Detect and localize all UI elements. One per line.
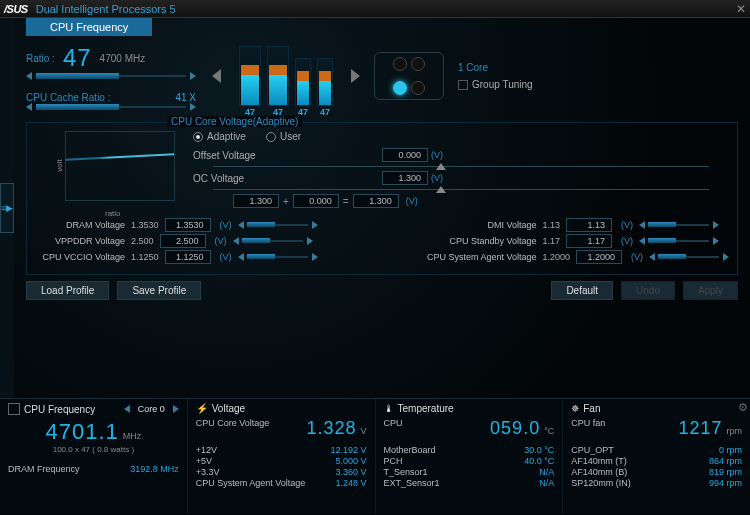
voltage-current: 2.500 — [131, 236, 154, 246]
voltage-field[interactable]: 2.500 — [160, 234, 206, 248]
voltage-current: 1.1250 — [131, 252, 159, 262]
chevron-right-icon[interactable] — [190, 72, 196, 80]
voltage-slider[interactable] — [639, 221, 719, 229]
dram-freq-value: 3192.8 MHz — [130, 464, 179, 474]
row-label: EXT_Sensor1 — [384, 478, 440, 488]
apply-button[interactable]: Apply — [683, 281, 738, 300]
chevron-right-icon[interactable] — [312, 221, 318, 229]
group-tuning-checkbox[interactable] — [458, 80, 468, 90]
chevron-left-icon[interactable] — [233, 237, 239, 245]
row-value: N/A — [539, 467, 554, 477]
offset-voltage-slider[interactable] — [213, 166, 709, 167]
row-label: AF140mm (B) — [571, 467, 627, 477]
core-prev-icon[interactable] — [124, 405, 130, 413]
core-bar[interactable]: 47 — [295, 58, 311, 106]
core-dot[interactable] — [411, 57, 425, 71]
chevron-left-icon[interactable] — [639, 221, 645, 229]
voltage-field[interactable]: 1.1250 — [165, 250, 211, 264]
core-voltage: 1.328 — [306, 418, 356, 438]
voltage-slider[interactable] — [649, 253, 729, 261]
core-prev-icon[interactable] — [212, 69, 221, 83]
core-bar[interactable]: 47 — [239, 46, 261, 106]
row-label: AF140mm (T) — [571, 456, 627, 466]
core-dot[interactable] — [393, 57, 407, 71]
chevron-left-icon[interactable] — [26, 72, 32, 80]
voltage-slider[interactable] — [639, 237, 719, 245]
chevron-left-icon[interactable] — [639, 237, 645, 245]
close-icon[interactable]: ✕ — [736, 2, 746, 16]
oc-voltage-field[interactable]: 1.300 — [382, 171, 428, 185]
row-value: N/A — [539, 478, 554, 488]
core-bars: 47 47 47 47 — [239, 46, 333, 106]
voltage-slider[interactable] — [233, 237, 313, 245]
cpu-temp: 059.0 — [490, 418, 540, 438]
voltage-field[interactable]: 1.2000 — [576, 250, 622, 264]
voltage-name: DRAM Voltage — [35, 220, 125, 230]
expand-icon[interactable]: ≡▶ — [0, 183, 14, 233]
undo-button[interactable]: Undo — [621, 281, 675, 300]
load-profile-button[interactable]: Load Profile — [26, 281, 109, 300]
chevron-left-icon[interactable] — [238, 221, 244, 229]
window-title: Dual Intelligent Processors 5 — [36, 3, 736, 15]
thermometer-icon: 🌡 — [384, 403, 394, 414]
side-handle[interactable]: ≡▶ — [0, 18, 14, 398]
voltage-slider[interactable] — [238, 221, 318, 229]
chart-y-label: volt — [55, 159, 64, 171]
chevron-right-icon[interactable] — [307, 237, 313, 245]
voltage-slider[interactable] — [238, 253, 318, 261]
mode-user-label: User — [280, 131, 301, 142]
core-selector[interactable] — [374, 52, 444, 100]
core-next-icon[interactable] — [173, 405, 179, 413]
cache-slider[interactable] — [26, 103, 196, 111]
panel-cpu-frequency: CPU Frequency Core 0 4701.1MHz 100.0 x 4… — [0, 399, 188, 514]
core-count-label: 1 Core — [458, 62, 533, 73]
chevron-left-icon[interactable] — [238, 253, 244, 261]
chevron-right-icon[interactable] — [723, 253, 729, 261]
row-value: 819 rpm — [709, 467, 742, 477]
core-next-icon[interactable] — [351, 69, 360, 83]
offset-voltage-label: Offset Voltage — [193, 150, 256, 161]
core-dot[interactable] — [411, 81, 425, 95]
row-label: CPU System Agent Voltage — [196, 478, 306, 488]
chevron-right-icon[interactable] — [713, 221, 719, 229]
chevron-left-icon[interactable] — [649, 253, 655, 261]
row-label: +12V — [196, 445, 217, 455]
tab-cpu-frequency[interactable]: CPU Frequency — [26, 18, 152, 36]
voltage-current: 1.13 — [542, 220, 560, 230]
chevron-right-icon[interactable] — [190, 103, 196, 111]
mode-user-radio[interactable] — [266, 132, 276, 142]
panel-voltage: ⚡Voltage CPU Core Voltage1.328V +12V12.1… — [188, 399, 376, 514]
core-select[interactable]: Core 0 — [138, 404, 165, 414]
voltage-chart — [65, 131, 175, 201]
core-bar[interactable]: 47 — [267, 46, 289, 106]
core-dot[interactable] — [393, 81, 407, 95]
gear-icon[interactable]: ⚙ — [738, 401, 748, 414]
eq-res: 1.300 — [353, 194, 399, 208]
save-profile-button[interactable]: Save Profile — [117, 281, 201, 300]
voltage-field[interactable]: 1.3530 — [165, 218, 211, 232]
offset-voltage-field[interactable]: 0.000 — [382, 148, 428, 162]
eq-a: 1.300 — [233, 194, 279, 208]
voltage-field[interactable]: 1.17 — [566, 234, 612, 248]
row-value: 864 rpm — [709, 456, 742, 466]
mode-adaptive-radio[interactable] — [193, 132, 203, 142]
mode-adaptive-label: Adaptive — [207, 131, 246, 142]
row-value: 40.0 °C — [524, 456, 554, 466]
row-label: CPU_OPT — [571, 445, 614, 455]
voltage-name: VPPDDR Voltage — [35, 236, 125, 246]
group-tuning-label: Group Tuning — [472, 79, 533, 90]
voltage-current: 1.17 — [542, 236, 560, 246]
oc-voltage-slider[interactable] — [213, 189, 709, 190]
bolt-icon: ⚡ — [196, 403, 208, 414]
voltage-field[interactable]: 1.13 — [566, 218, 612, 232]
cpu-detail: 100.0 x 47 ( 0.8 watts ) — [8, 445, 179, 454]
chevron-right-icon[interactable] — [713, 237, 719, 245]
ratio-slider[interactable] — [26, 72, 196, 80]
chevron-left-icon[interactable] — [26, 103, 32, 111]
core-bar[interactable]: 47 — [317, 58, 333, 106]
row-label: MotherBoard — [384, 445, 436, 455]
chevron-right-icon[interactable] — [312, 253, 318, 261]
default-button[interactable]: Default — [551, 281, 613, 300]
ratio-mhz: 4700 MHz — [100, 53, 146, 64]
panel-fan: ⚙ ✵Fan CPU fan1217rpm CPU_OPT0 rpmAF140m… — [563, 399, 750, 514]
